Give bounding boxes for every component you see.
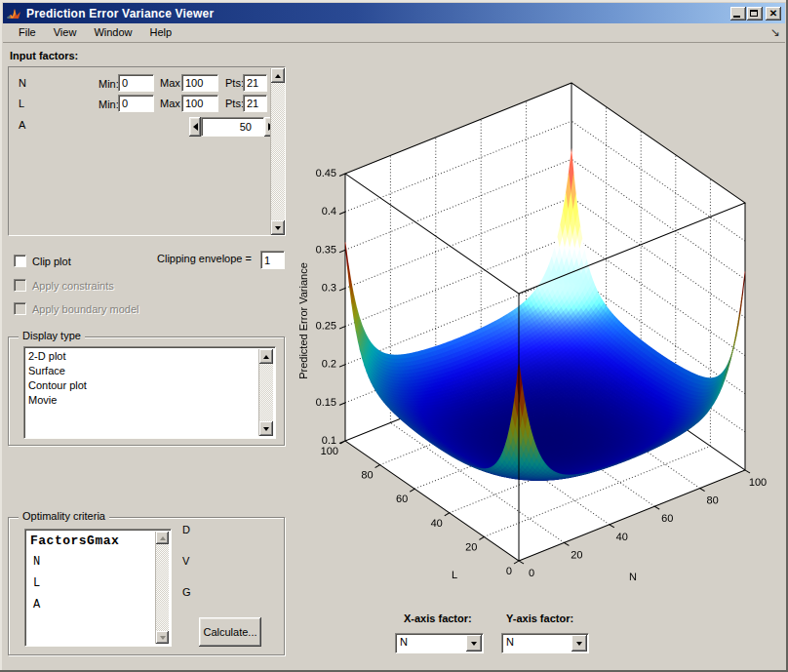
matlab-app-icon [6,6,21,21]
y-axis-factor-label: Y-axis factor: [506,613,573,624]
max-label: Max [160,98,180,109]
y-axis-factor-value: N [506,636,514,648]
optimality-factor[interactable]: L [33,576,40,590]
scroll-down-button[interactable] [271,220,285,235]
pts-input-l[interactable] [243,95,267,112]
optimality-legend: Optimality criteria [19,510,109,522]
criterion-d-label: D [182,524,190,535]
factor-name: L [19,98,24,109]
pts-label: Pts: [225,77,244,89]
criterion-v-label: V [182,555,189,567]
close-icon: ✕ [766,7,781,20]
clip-plot-checkbox[interactable] [14,255,26,267]
pts-input-n[interactable] [243,74,267,92]
dropdown-button[interactable] [466,635,482,652]
window-title: Prediction Error Variance Viewer [26,7,214,20]
scroll-up-button[interactable] [271,68,285,83]
dropdown-button[interactable] [571,635,587,652]
x-axis-factor-value: N [400,636,408,648]
clipping-envelope-input[interactable] [260,251,285,269]
max-input-l[interactable] [181,95,218,112]
max-label: Max [160,77,180,89]
minimize-button[interactable] [730,7,746,20]
criterion-g-label: G [182,586,191,598]
x-axis-factor-label: X-axis factor: [404,613,472,624]
y-axis-factor-combo[interactable]: N [501,633,589,653]
calculate-button[interactable]: Calculate... [199,617,261,647]
arrow-up-icon [275,74,281,78]
menu-file[interactable]: File [10,24,45,41]
close-button[interactable]: ✕ [766,7,781,20]
min-input-l[interactable] [118,95,154,112]
arrow-left-icon [193,123,198,131]
arrow-down-icon [160,636,166,640]
apply-boundary-label: Apply boundary model [32,303,138,315]
min-label: Min: [98,99,119,110]
pev-viewer-window: Prediction Error Variance Viewer ✕ File … [0,0,788,672]
pev-surface-plot [289,45,788,605]
title-bar: Prediction Error Variance Viewer ✕ [3,3,785,23]
apply-boundary-checkbox [14,302,26,315]
display-type-scrollbar[interactable] [258,349,273,436]
input-factors-scrollbar[interactable] [270,68,285,235]
min-input-n[interactable] [118,74,154,92]
maximize-icon [750,10,758,17]
scroll-down-button[interactable] [156,631,169,644]
factor-name: N [19,77,26,89]
scroll-down-button[interactable] [259,421,273,436]
display-type-option[interactable]: Movie [24,393,275,408]
max-input-n[interactable] [181,74,218,92]
factor-a-value[interactable] [201,117,264,137]
pts-label: Pts: [225,98,244,109]
menu-window[interactable]: Window [85,24,140,41]
menu-help[interactable]: Help [141,24,181,41]
arrow-up-icon [160,536,166,540]
input-factors-panel: N Min: Max Pts: L Min: Max Pts: A [8,66,286,236]
display-type-option[interactable]: 2-D plot [24,349,275,364]
scroll-up-button[interactable] [259,349,273,364]
optimality-factor[interactable]: A [33,598,40,612]
optimality-factor[interactable]: N [33,555,40,569]
display-type-listbox: 2-D plot Surface Contour plot Movie [23,346,276,439]
scroll-up-button[interactable] [156,532,169,544]
maximize-button[interactable] [747,7,763,20]
optimality-listbox: FactorsGmax N L A [24,529,172,647]
dock-figure-icon[interactable]: ↘ [770,26,780,38]
minimize-icon [733,16,740,18]
chevron-down-icon [471,642,477,646]
input-factors-label: Input factors: [10,50,78,61]
apply-constraints-checkbox [14,279,26,292]
x-axis-factor-combo[interactable]: N [395,633,484,653]
display-type-option[interactable]: Surface [24,364,275,378]
arrow-down-icon [275,226,281,230]
clipping-envelope-label: Clipping envelope = [157,253,252,264]
display-type-option[interactable]: Contour plot [24,378,275,393]
display-type-legend: Display type [19,330,85,341]
z-axis-label: Predicted Error Variance [297,233,309,409]
apply-constraints-label: Apply constraints [32,280,114,292]
min-label: Min: [98,78,119,90]
arrow-up-icon [263,355,269,359]
arrow-down-icon [263,427,269,431]
factor-name: A [19,119,25,131]
optimality-scrollbar[interactable] [155,532,169,644]
menu-view[interactable]: View [45,24,86,41]
clip-plot-label: Clip plot [32,256,71,267]
slider-decrement-button[interactable] [189,117,201,137]
optimality-list-header: FactorsGmax [30,534,119,548]
menu-bar: File View Window Help [3,23,785,43]
chevron-down-icon [576,642,582,646]
